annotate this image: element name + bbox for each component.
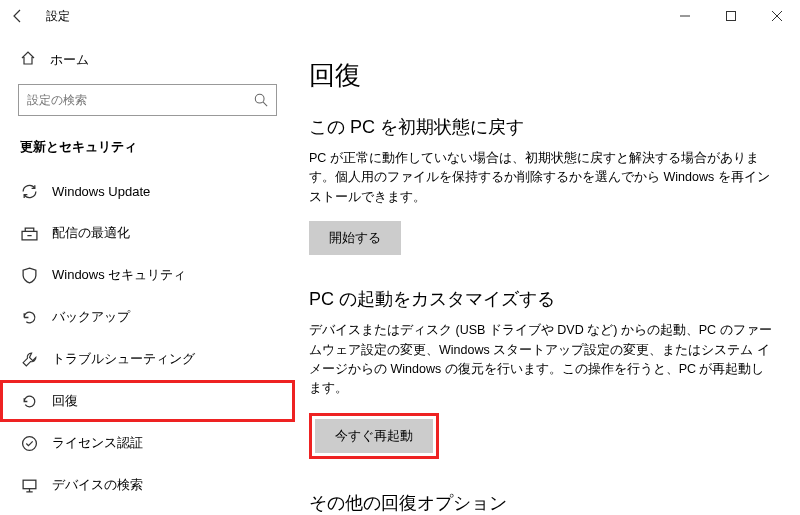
find-device-icon xyxy=(20,476,38,494)
other-options-heading: その他の回復オプション xyxy=(309,491,772,515)
search-box[interactable] xyxy=(18,84,277,116)
search-icon xyxy=(254,93,268,107)
sidebar-item-backup[interactable]: バックアップ xyxy=(0,296,295,338)
sidebar-item-find-device[interactable]: デバイスの検索 xyxy=(0,464,295,506)
delivery-icon xyxy=(20,224,38,242)
reset-description: PC が正常に動作していない場合は、初期状態に戻すと解決する場合があります。個人… xyxy=(309,149,772,207)
window-title: 設定 xyxy=(46,8,70,25)
advanced-startup-description: デバイスまたはディスク (USB ドライブや DVD など) からの起動、PC … xyxy=(309,321,772,399)
shield-icon xyxy=(20,266,38,284)
sync-icon xyxy=(20,182,38,200)
nav-label: ライセンス認証 xyxy=(52,434,143,452)
minimize-button[interactable] xyxy=(662,0,708,32)
sidebar-item-windows-update[interactable]: Windows Update xyxy=(0,170,295,212)
backup-icon xyxy=(20,308,38,326)
nav-label: デバイスの検索 xyxy=(52,476,143,494)
nav-label: トラブルシューティング xyxy=(52,350,195,368)
page-title: 回復 xyxy=(309,58,772,93)
content-pane: 回復 この PC を初期状態に戻す PC が正常に動作していない場合は、初期状態… xyxy=(295,32,800,515)
home-label: ホーム xyxy=(50,51,89,69)
sidebar-item-delivery-optimization[interactable]: 配信の最適化 xyxy=(0,212,295,254)
svg-rect-1 xyxy=(727,12,736,21)
nav-label: Windows Update xyxy=(52,184,150,199)
nav-label: Windows セキュリティ xyxy=(52,266,186,284)
close-button[interactable] xyxy=(754,0,800,32)
svg-point-7 xyxy=(22,436,36,450)
advanced-startup-heading: PC の起動をカスタマイズする xyxy=(309,287,772,311)
close-icon xyxy=(772,11,782,21)
sidebar-item-recovery[interactable]: 回復 xyxy=(0,380,295,422)
sidebar: ホーム 更新とセキュリティ Windows Update 配信の最適化 Wind… xyxy=(0,32,295,515)
sidebar-item-windows-security[interactable]: Windows セキュリティ xyxy=(0,254,295,296)
restart-now-button[interactable]: 今すぐ再起動 xyxy=(315,419,433,453)
sidebar-item-troubleshoot[interactable]: トラブルシューティング xyxy=(0,338,295,380)
home-nav[interactable]: ホーム xyxy=(0,44,295,84)
activation-icon xyxy=(20,434,38,452)
svg-rect-8 xyxy=(23,480,36,489)
window-controls xyxy=(662,0,800,32)
maximize-button[interactable] xyxy=(708,0,754,32)
search-input[interactable] xyxy=(27,93,254,107)
home-icon xyxy=(20,50,36,70)
restart-button-highlight: 今すぐ再起動 xyxy=(309,413,439,459)
reset-heading: この PC を初期状態に戻す xyxy=(309,115,772,139)
sidebar-item-activation[interactable]: ライセンス認証 xyxy=(0,422,295,464)
nav-label: バックアップ xyxy=(52,308,130,326)
svg-line-5 xyxy=(263,102,267,106)
maximize-icon xyxy=(726,11,736,21)
nav-list: Windows Update 配信の最適化 Windows セキュリティ バック… xyxy=(0,170,295,506)
back-button[interactable] xyxy=(10,8,26,24)
recovery-icon xyxy=(20,392,38,410)
svg-point-4 xyxy=(255,94,264,103)
wrench-icon xyxy=(20,350,38,368)
minimize-icon xyxy=(680,11,690,21)
arrow-left-icon xyxy=(10,8,26,24)
category-header: 更新とセキュリティ xyxy=(0,134,295,170)
reset-start-button[interactable]: 開始する xyxy=(309,221,401,255)
nav-label: 配信の最適化 xyxy=(52,224,130,242)
nav-label: 回復 xyxy=(52,392,78,410)
titlebar: 設定 xyxy=(0,0,800,32)
